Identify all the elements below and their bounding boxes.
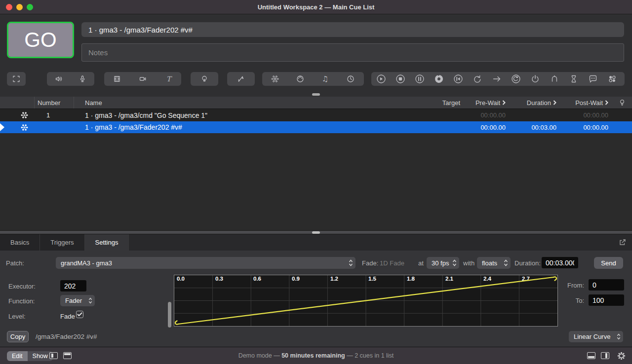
splitter-grip[interactable] xyxy=(312,231,320,234)
function-dropdown[interactable]: Fader xyxy=(60,295,95,306)
arrow-right-icon xyxy=(492,74,502,84)
level-fade-label: Fade xyxy=(60,313,75,320)
executor-input[interactable] xyxy=(60,280,86,291)
target-column-header[interactable]: Target xyxy=(420,99,464,107)
duration-label: Duration: xyxy=(514,259,541,267)
load-icon xyxy=(434,74,444,84)
inspector-splitter[interactable] xyxy=(0,230,632,234)
bulb-icon xyxy=(619,99,626,107)
midi-cue-button[interactable] xyxy=(287,72,313,86)
rewind-tool-button[interactable] xyxy=(448,72,468,86)
duration-column-header[interactable]: Duration xyxy=(510,99,560,107)
curve-dropdown[interactable]: Linear Curve xyxy=(569,331,623,342)
tab-basics[interactable]: Basics xyxy=(0,234,40,251)
title-bar: Untitled Workspace 2 — Main Cue List xyxy=(0,0,632,14)
workspace-settings-button[interactable] xyxy=(617,351,626,363)
music-icon: ♫ xyxy=(322,74,328,83)
cart-tool-button[interactable] xyxy=(602,72,622,86)
to-label: To: xyxy=(555,297,584,304)
devamp-tool-button[interactable] xyxy=(506,72,525,86)
postwait-column-header[interactable]: Post-Wait xyxy=(560,99,612,107)
network-cue-button[interactable] xyxy=(262,72,287,86)
gear-icon xyxy=(617,351,626,361)
send-button[interactable]: Send xyxy=(594,257,623,269)
stepper-arrows-icon xyxy=(617,333,621,340)
function-label: Function: xyxy=(8,297,35,305)
panic-tool-button[interactable] xyxy=(525,72,545,86)
wait-tool-button[interactable] xyxy=(564,72,583,86)
number-column-header[interactable]: Number xyxy=(35,97,74,109)
reset-tool-button[interactable] xyxy=(468,72,487,86)
svg-text:T: T xyxy=(166,75,172,83)
level-fade-checkbox[interactable] xyxy=(76,311,83,318)
midi-icon xyxy=(296,74,305,83)
flag-column-header[interactable] xyxy=(612,99,632,107)
table-row-selected[interactable]: 1 · gma3 - /gma3/Fader202 #v# 00:00.00 0… xyxy=(0,121,632,133)
cue-number xyxy=(35,121,74,133)
external-link-icon xyxy=(619,239,626,246)
load-tool-button[interactable] xyxy=(429,72,448,86)
prewait-column-header[interactable]: Pre-Wait xyxy=(464,99,510,107)
memo-tool-button[interactable] xyxy=(583,72,602,86)
group-cue-button[interactable] xyxy=(7,72,26,86)
start-tool-button[interactable] xyxy=(371,72,391,86)
popout-inspector-button[interactable] xyxy=(619,239,626,248)
format-dropdown[interactable]: floats xyxy=(477,257,511,269)
cue-list: Number Name Target Pre-Wait Duration Pos… xyxy=(0,97,632,230)
arm-icon xyxy=(550,74,559,84)
go-button[interactable]: GO xyxy=(7,22,74,58)
pause-tool-button[interactable] xyxy=(410,72,429,86)
cue-number: 1 xyxy=(35,109,74,121)
toggle-bottom-panel-button[interactable] xyxy=(587,352,595,359)
text-cue-button[interactable]: T xyxy=(156,72,181,86)
fade-curve-graph[interactable]: 0.0 0.3 0.6 0.9 1.2 1.5 1.8 2.1 2.4 2.7 xyxy=(174,275,558,327)
fade-cue-button[interactable] xyxy=(227,72,255,86)
splitter-grip[interactable] xyxy=(312,93,320,96)
network-cue-icon xyxy=(0,109,35,121)
patch-label: Patch: xyxy=(6,259,24,267)
at-label: at xyxy=(418,259,424,267)
play-icon xyxy=(376,74,386,84)
tab-triggers[interactable]: Triggers xyxy=(40,234,84,251)
status-column-header[interactable] xyxy=(0,97,35,109)
video-cue-button[interactable] xyxy=(104,72,130,86)
audio-icon xyxy=(54,74,63,83)
stepper-arrows-icon xyxy=(452,259,457,266)
patch-dropdown[interactable]: grandMA3 - gma3 xyxy=(56,257,356,269)
name-column-header[interactable]: Name xyxy=(74,97,420,109)
midi-file-cue-button[interactable]: ♫ xyxy=(313,72,338,86)
light-cue-button[interactable] xyxy=(191,72,218,86)
table-row[interactable]: 1 1 · gma3 - /gma3/cmd "Go Sequence 1" 0… xyxy=(0,109,632,121)
window-title: Untitled Workspace 2 — Main Cue List xyxy=(0,0,632,14)
goto-tool-button[interactable] xyxy=(487,72,506,86)
cue-postwait: 00:00.00 xyxy=(560,111,612,119)
power-icon xyxy=(530,74,540,84)
mic-cue-button[interactable] xyxy=(71,72,94,86)
to-input[interactable] xyxy=(589,294,624,306)
group-icon xyxy=(12,74,21,83)
status-bar: Edit Show Demo mode — 50 minutes remaini… xyxy=(0,347,632,364)
duration-input[interactable] xyxy=(542,257,578,268)
fps-dropdown[interactable]: 30 fps xyxy=(427,257,459,269)
cue-list-empty-area[interactable] xyxy=(0,133,632,230)
notes-input[interactable] xyxy=(81,43,624,62)
audio-cue-button[interactable] xyxy=(47,72,71,86)
fade-type-value: 1D Fade xyxy=(380,259,404,267)
cue-prewait: 00:00.00 xyxy=(464,124,510,131)
level-scrollbar-thumb[interactable] xyxy=(168,302,171,328)
arm-tool-button[interactable] xyxy=(545,72,564,86)
stop-tool-button[interactable] xyxy=(391,72,410,86)
stepper-arrows-icon xyxy=(349,259,353,266)
cue-title-input[interactable] xyxy=(81,22,624,37)
tab-settings[interactable]: Settings xyxy=(85,234,129,251)
camera-cue-button[interactable] xyxy=(130,72,156,86)
cue-postwait: 00:00.00 xyxy=(560,124,612,131)
toggle-right-panel-button[interactable] xyxy=(601,352,609,359)
copy-button[interactable]: Copy xyxy=(7,331,29,342)
chevron-right-icon xyxy=(553,99,556,107)
stepper-arrows-icon xyxy=(504,259,508,266)
from-input[interactable] xyxy=(589,279,624,291)
fade-curve-line[interactable] xyxy=(174,275,557,326)
list-splitter[interactable] xyxy=(0,92,632,97)
timecode-cue-button[interactable] xyxy=(338,72,363,86)
